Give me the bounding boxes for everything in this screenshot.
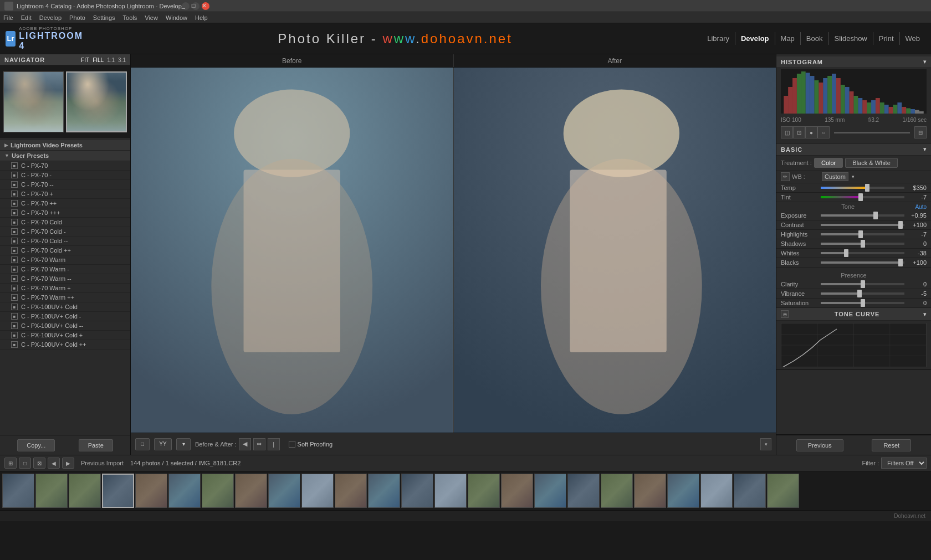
histogram-expand[interactable]: ▾ — [923, 58, 927, 65]
temp-slider-track[interactable] — [821, 187, 904, 189]
film-thumb-2[interactable] — [69, 474, 101, 508]
auto-label[interactable]: Auto — [915, 204, 927, 210]
tint-slider-thumb[interactable] — [858, 193, 863, 201]
maximize-button[interactable]: □ — [192, 2, 200, 10]
film-thumb-3[interactable] — [102, 474, 134, 508]
nav-thumb-2[interactable] — [66, 71, 127, 132]
tint-slider-track[interactable] — [821, 196, 904, 198]
color-btn[interactable]: Color — [814, 158, 843, 168]
yy-btn[interactable]: YY — [154, 438, 172, 450]
temp-slider-thumb[interactable] — [865, 184, 869, 192]
film-thumb-18[interactable] — [601, 474, 633, 508]
previous-button[interactable]: Previous — [796, 439, 843, 451]
preset-px70-warm-minus[interactable]: ■C - PX-70 Warm - — [0, 265, 130, 274]
film-thumb-16[interactable] — [534, 474, 566, 508]
minimize-button[interactable]: _ — [182, 2, 190, 10]
grid-view-btn[interactable]: ⊞ — [4, 458, 17, 469]
menu-tools[interactable]: Tools — [123, 14, 137, 21]
preset-100uv-cold-plus[interactable]: ■C - PX-100UV+ Cold + — [0, 331, 130, 340]
crop-icon[interactable]: ⊡ — [793, 126, 805, 138]
blacks-thumb[interactable] — [898, 259, 903, 266]
toolbar-dropdown[interactable]: ▾ — [760, 438, 771, 450]
reset-button[interactable]: Reset — [872, 439, 911, 451]
film-thumb-19[interactable] — [634, 474, 666, 508]
film-thumb-23[interactable] — [767, 474, 799, 508]
film-thumb-10[interactable] — [335, 474, 367, 508]
exposure-slider[interactable] — [821, 214, 904, 217]
loupe-view-btn[interactable]: □ — [19, 458, 31, 469]
film-thumb-15[interactable] — [501, 474, 533, 508]
prev-photo-btn[interactable]: ◀ — [48, 458, 60, 469]
zoom-3-1[interactable]: 3:1 — [118, 57, 126, 63]
preset-px70[interactable]: ■C - PX-70 — [0, 161, 130, 171]
highlights-thumb[interactable] — [858, 230, 863, 238]
wb-dropdown[interactable]: Custom — [822, 172, 848, 181]
whites-thumb[interactable] — [844, 249, 848, 257]
menu-window[interactable]: Window — [166, 14, 187, 21]
contrast-slider[interactable] — [821, 224, 904, 226]
preset-px70-warm[interactable]: ■C - PX-70 Warm — [0, 255, 130, 265]
heal-icon[interactable]: ● — [805, 126, 817, 138]
preset-px70-cold-2minus[interactable]: ■C - PX-70 Cold -- — [0, 237, 130, 246]
film-thumb-12[interactable] — [401, 474, 433, 508]
film-thumb-13[interactable] — [434, 474, 467, 508]
basic-expand[interactable]: ▾ — [923, 146, 927, 153]
preset-px70-warm-2minus[interactable]: ■C - PX-70 Warm -- — [0, 274, 130, 284]
saturation-slider[interactable] — [821, 302, 904, 304]
next-photo-btn[interactable]: ▶ — [62, 458, 74, 469]
nav-book[interactable]: Book — [801, 32, 829, 45]
saturation-thumb[interactable] — [861, 299, 865, 307]
nav-map[interactable]: Map — [775, 32, 801, 45]
exposure-thumb[interactable] — [873, 212, 878, 219]
nav-web[interactable]: Web — [900, 32, 926, 45]
preset-100uv-cold-2minus[interactable]: ■C - PX-100UV+ Cold -- — [0, 321, 130, 331]
preset-group-video[interactable]: ▶ Lightroom Video Presets — [0, 140, 130, 151]
blacks-slider[interactable] — [821, 261, 904, 264]
menu-view[interactable]: View — [145, 14, 158, 21]
film-thumb-0[interactable] — [2, 474, 34, 508]
compare-view-btn[interactable]: ⊠ — [33, 458, 45, 469]
preset-px70-warm-plus[interactable]: ■C - PX-70 Warm + — [0, 284, 130, 293]
shadows-slider[interactable] — [821, 243, 904, 245]
clarity-slider[interactable] — [821, 283, 904, 285]
film-thumb-5[interactable] — [168, 474, 201, 508]
preset-px70-warm-2plus[interactable]: ■C - PX-70 Warm ++ — [0, 293, 130, 302]
menu-file[interactable]: File — [3, 14, 13, 21]
ba-next-btn[interactable]: | — [268, 438, 280, 450]
vibrance-slider[interactable] — [821, 292, 904, 295]
vibrance-thumb[interactable] — [857, 290, 862, 297]
preset-px70-cold[interactable]: ■C - PX-70 Cold — [0, 218, 130, 227]
preset-100uv-cold-2plus[interactable]: ■C - PX-100UV+ Cold ++ — [0, 340, 130, 350]
zoom-fit[interactable]: FIT — [81, 57, 89, 63]
filter-dropdown[interactable]: Filters Off — [881, 458, 927, 469]
tone-curve-expand[interactable]: ▾ — [923, 311, 927, 318]
film-thumb-4[interactable] — [135, 474, 167, 508]
nav-develop[interactable]: Develop — [735, 32, 775, 45]
highlights-slider[interactable] — [821, 233, 904, 235]
down-arrow-btn[interactable]: ▾ — [176, 438, 191, 450]
film-thumb-6[interactable] — [202, 474, 234, 508]
preset-100uv-cold[interactable]: ■C - PX-100UV+ Cold — [0, 302, 130, 312]
nav-print[interactable]: Print — [873, 32, 900, 45]
film-thumb-11[interactable] — [368, 474, 400, 508]
film-thumb-8[interactable] — [268, 474, 300, 508]
preset-px70-cold-minus[interactable]: ■C - PX-70 Cold - — [0, 227, 130, 237]
preset-100uv-cold-minus[interactable]: ■C - PX-100UV+ Cold - — [0, 312, 130, 321]
contrast-thumb[interactable] — [898, 221, 903, 229]
menu-photo[interactable]: Photo — [69, 14, 85, 21]
film-thumb-9[interactable] — [301, 474, 334, 508]
preset-px70-2plus[interactable]: ■C - PX-70 ++ — [0, 199, 130, 208]
preset-px70-minus[interactable]: ■C - PX-70 - — [0, 171, 130, 180]
preset-px70-2minus[interactable]: ■C - PX-70 -- — [0, 180, 130, 189]
menu-settings[interactable]: Settings — [93, 14, 115, 21]
film-thumb-1[interactable] — [35, 474, 68, 508]
soft-proofing-checkbox[interactable] — [289, 441, 295, 448]
zoom-fill[interactable]: FILL — [93, 57, 104, 63]
wb-dropdown-arrow[interactable]: ▾ — [852, 174, 855, 179]
ba-prev-btn[interactable]: ◀ — [239, 438, 251, 450]
copy-button[interactable]: Copy... — [17, 439, 55, 451]
bw-btn[interactable]: Black & White — [845, 158, 897, 168]
whites-slider[interactable] — [821, 252, 904, 254]
film-thumb-21[interactable] — [700, 474, 733, 508]
nav-library[interactable]: Library — [702, 32, 735, 45]
